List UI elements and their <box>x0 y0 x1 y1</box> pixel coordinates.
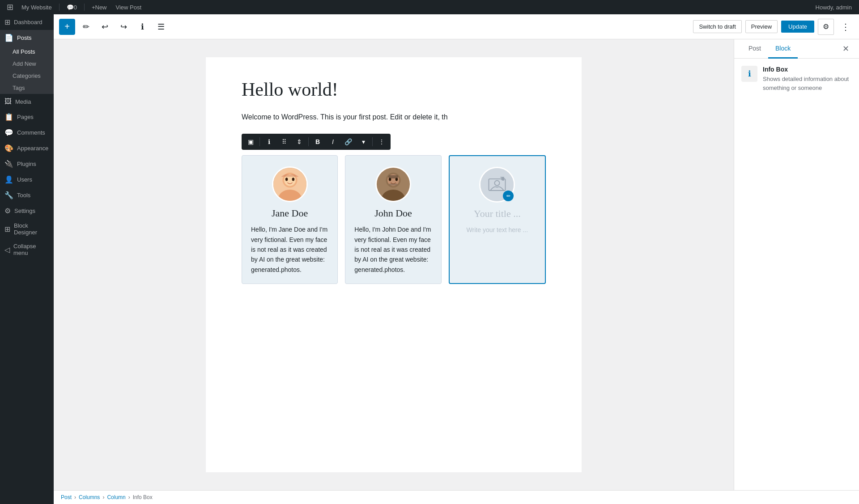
info-box-john[interactable]: John Doe Hello, I'm John Doe and I'm ver… <box>345 155 441 284</box>
main-layout: ⊞ Dashboard 📄 Posts All Posts Add New Ca… <box>0 14 859 504</box>
info-box-empty-title[interactable]: Your title ... <box>474 208 521 220</box>
add-new-label: Add New <box>13 60 36 67</box>
comments-icon: 💬 <box>67 4 74 11</box>
settings-toggle-button[interactable]: ⚙ <box>818 19 834 35</box>
site-name: My Website <box>21 4 52 11</box>
list-view-button[interactable]: ☰ <box>153 19 169 35</box>
jane-link[interactable]: generated.photos <box>251 266 300 273</box>
chevron-down-icon: ▾ <box>362 138 365 145</box>
info-icon: ℹ <box>141 22 144 32</box>
editor-canvas[interactable]: Hello world! Welcome to WordPress. This … <box>54 39 734 490</box>
sidebar-item-appearance[interactable]: 🎨 Appearance <box>0 140 54 156</box>
panel-close-button[interactable]: ✕ <box>839 42 852 55</box>
sidebar-item-block-designer[interactable]: ⊞ Block Designer <box>0 219 54 239</box>
info-box-empty[interactable]: ✏ Your title ... Write your text here ..… <box>449 155 546 284</box>
categories-label: Categories <box>13 72 41 79</box>
tools-button[interactable]: ✏ <box>78 19 94 35</box>
info-button[interactable]: ℹ <box>134 19 150 35</box>
john-link[interactable]: generated.photos <box>354 266 403 273</box>
italic-btn[interactable]: I <box>326 135 340 149</box>
admin-bar-howdy[interactable]: Howdy, admin <box>812 0 855 14</box>
block-move-btn[interactable]: ⇕ <box>292 135 306 149</box>
italic-icon: I <box>332 138 334 145</box>
list-icon: ☰ <box>157 22 165 32</box>
admin-bar-comments[interactable]: 💬 0 <box>63 0 81 14</box>
sidebar-item-add-new[interactable]: Add New <box>0 58 54 70</box>
info-box-empty-text[interactable]: Write your text here ... <box>467 225 528 235</box>
toolbar-right: Switch to draft Preview Update ⚙ ⋮ <box>693 19 854 35</box>
tags-label: Tags <box>13 85 25 91</box>
breadcrumb-columns[interactable]: Columns <box>79 494 100 500</box>
editor-area: + ✏ ↩ ↪ ℹ ☰ Switch to draft <box>54 14 859 504</box>
sidebar-item-tools[interactable]: 🔧 Tools <box>0 187 54 203</box>
add-block-button[interactable]: + <box>59 19 75 35</box>
block-type-toggle[interactable]: ▣ <box>243 135 258 149</box>
svg-rect-12 <box>388 175 398 178</box>
sidebar-item-users[interactable]: 👤 Users <box>0 172 54 187</box>
sidebar-item-dashboard[interactable]: ⊞ Dashboard <box>0 14 54 30</box>
panel-body: ℹ Info Box Shows detailed information ab… <box>734 59 859 490</box>
more-options-button[interactable]: ⋮ <box>838 19 854 35</box>
sidebar-item-pages-label: Pages <box>17 114 34 120</box>
admin-bar-view-post[interactable]: View Post <box>112 0 145 14</box>
bold-icon: B <box>315 138 320 145</box>
info-circle-icon: ℹ <box>268 138 270 145</box>
bold-btn[interactable]: B <box>310 135 325 149</box>
svg-point-5 <box>292 178 294 181</box>
post-intro[interactable]: Welcome to WordPress. This is your first… <box>242 111 546 123</box>
redo-button[interactable]: ↪ <box>115 19 132 35</box>
tab-post[interactable]: Post <box>741 39 768 59</box>
sidebar-item-pages[interactable]: 📋 Pages <box>0 109 54 125</box>
sidebar-item-plugins[interactable]: 🔌 Plugins <box>0 156 54 172</box>
sidebar-item-all-posts[interactable]: All Posts <box>0 46 54 58</box>
svg-point-17 <box>502 178 505 181</box>
info-boxes-row: Jane Doe Hello, I'm Jane Doe and I'm ver… <box>242 155 546 284</box>
link-btn[interactable]: 🔗 <box>341 135 355 149</box>
sidebar-item-posts[interactable]: 📄 Posts <box>0 30 54 46</box>
sidebar-item-comments[interactable]: 💬 Comments <box>0 125 54 140</box>
admin-bar-site[interactable]: My Website <box>18 0 55 14</box>
sidebar-item-appearance-label: Appearance <box>17 145 48 152</box>
info-box-block-icon: ℹ <box>748 69 751 79</box>
block-drag-btn[interactable]: ⠿ <box>277 135 291 149</box>
avatar-john <box>375 166 411 202</box>
breadcrumb-column[interactable]: Column <box>107 494 125 500</box>
breadcrumb-current: Info Box <box>133 494 153 500</box>
more-block-options-btn[interactable]: ⋮ <box>374 135 389 149</box>
info-box-john-text: Hello, I'm John Doe and I'm very fiction… <box>354 224 432 275</box>
bar-separator-2 <box>84 4 85 11</box>
link-dropdown-btn[interactable]: ▾ <box>356 135 370 149</box>
breadcrumb-sep-2: › <box>102 494 104 500</box>
preview-button[interactable]: Preview <box>745 20 778 33</box>
right-panel: Post Block ✕ ℹ Info Box <box>734 39 859 490</box>
block-info-btn[interactable]: ℹ <box>262 135 276 149</box>
post-title[interactable]: Hello world! <box>242 79 546 100</box>
collapse-label: Collapse menu <box>13 243 49 256</box>
sidebar-item-media[interactable]: 🖼 Media <box>0 94 54 109</box>
tab-block[interactable]: Block <box>768 39 798 59</box>
drag-icon: ⠿ <box>282 138 286 145</box>
undo-icon: ↩ <box>102 22 108 32</box>
breadcrumb-post[interactable]: Post <box>61 494 72 500</box>
bar-separator-1 <box>59 4 60 11</box>
admin-bar: ⊞ My Website 💬 0 + New View Post Howdy, … <box>0 0 859 14</box>
link-icon: 🔗 <box>344 138 352 145</box>
admin-bar-new[interactable]: + New <box>88 0 111 14</box>
avatar-placeholder: ✏ <box>479 167 515 203</box>
comments-nav-icon: 💬 <box>4 128 13 137</box>
breadcrumb-sep-3: › <box>128 494 130 500</box>
pages-icon: 📋 <box>4 113 13 121</box>
sidebar-item-collapse[interactable]: ◁ Collapse menu <box>0 239 54 260</box>
info-box-jane[interactable]: Jane Doe Hello, I'm Jane Doe and I'm ver… <box>242 155 338 284</box>
sidebar-item-settings[interactable]: ⚙ Settings <box>0 203 54 219</box>
appearance-icon: 🎨 <box>4 144 13 152</box>
switch-to-draft-button[interactable]: Switch to draft <box>693 20 741 33</box>
update-button[interactable]: Update <box>781 21 814 33</box>
editor-toolbar: + ✏ ↩ ↪ ℹ ☰ Switch to draft <box>54 14 859 39</box>
sidebar-item-tags[interactable]: Tags <box>0 82 54 94</box>
wp-logo[interactable]: ⊞ <box>4 0 16 14</box>
toolbar-separator-1 <box>259 137 260 146</box>
sidebar: ⊞ Dashboard 📄 Posts All Posts Add New Ca… <box>0 14 54 504</box>
sidebar-item-categories[interactable]: Categories <box>0 70 54 82</box>
undo-button[interactable]: ↩ <box>97 19 113 35</box>
